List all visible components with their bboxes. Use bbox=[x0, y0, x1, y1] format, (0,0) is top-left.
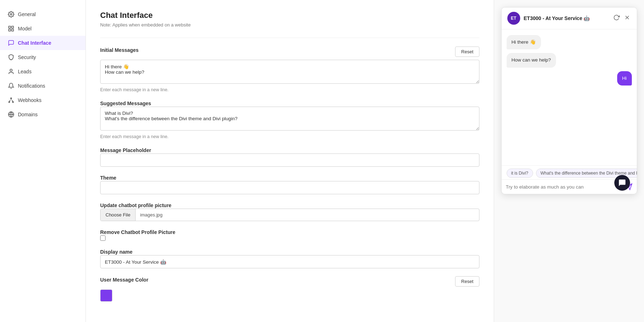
shield-icon bbox=[8, 54, 14, 60]
model-icon bbox=[8, 25, 14, 32]
sidebar-item-label: Model bbox=[18, 26, 31, 31]
sidebar-item-model[interactable]: Model bbox=[0, 21, 86, 36]
theme-input[interactable]: lig bbox=[100, 181, 479, 194]
remove-profile-picture-checkbox-wrapper bbox=[100, 235, 479, 241]
chat-bubble-bot-2: How can we help? bbox=[507, 53, 556, 67]
remove-profile-picture-label: Remove Chatbot Profile Picture bbox=[100, 229, 175, 235]
sidebar: General Model Chat Interface Security Le… bbox=[0, 0, 86, 322]
chat-messages: Hi there 👋 How can we help? Hi bbox=[502, 29, 637, 165]
sidebar-item-label: Leads bbox=[18, 69, 31, 74]
sidebar-item-security[interactable]: Security bbox=[0, 50, 86, 64]
profile-picture-label: Update chatbot profile picture bbox=[100, 203, 171, 208]
chat-refresh-button[interactable] bbox=[613, 14, 620, 23]
sidebar-item-label: Domains bbox=[18, 112, 38, 117]
chat-header: ET ET3000 - At Your Service 🤖 bbox=[502, 8, 637, 29]
message-placeholder-label: Message Placeholder bbox=[100, 147, 151, 153]
sidebar-item-label: Notifications bbox=[18, 83, 45, 89]
svg-point-6 bbox=[11, 98, 12, 99]
svg-rect-3 bbox=[12, 29, 14, 31]
person-icon bbox=[8, 68, 14, 75]
suggested-messages-label: Suggested Messages bbox=[100, 101, 151, 106]
sidebar-item-label: General bbox=[18, 11, 36, 17]
user-message-color-section: User Message Color Reset bbox=[100, 276, 479, 302]
user-message-color-reset-button[interactable]: Reset bbox=[455, 276, 479, 287]
sidebar-item-chat-interface[interactable]: Chat Interface bbox=[0, 36, 86, 50]
bell-icon bbox=[8, 83, 14, 89]
page-note: Note: Applies when embedded on a website bbox=[100, 22, 479, 28]
main-content: Chat Interface Note: Applies when embedd… bbox=[86, 0, 494, 322]
initial-messages-section: Initial Messages Reset Hi there 👋 How ca… bbox=[100, 47, 479, 92]
svg-point-5 bbox=[10, 69, 12, 71]
chat-float-button[interactable] bbox=[614, 175, 630, 191]
suggested-messages-sublabel: Enter each message in a new line. bbox=[100, 134, 479, 139]
chat-header-actions bbox=[613, 14, 631, 23]
remove-profile-picture-section: Remove Chatbot Profile Picture bbox=[100, 229, 479, 241]
display-name-section: Display name bbox=[100, 249, 479, 268]
chat-header-title: ET3000 - At Your Service 🤖 bbox=[524, 15, 613, 21]
svg-rect-4 bbox=[9, 29, 10, 31]
page-title: Chat Interface bbox=[100, 11, 479, 20]
sidebar-item-general[interactable]: General bbox=[0, 7, 86, 21]
initial-messages-textarea[interactable]: Hi there 👋 How can we help? bbox=[100, 60, 479, 84]
theme-label: Theme bbox=[100, 175, 116, 181]
chat-widget: ET ET3000 - At Your Service 🤖 Hi there 👋… bbox=[501, 7, 637, 194]
suggested-messages-textarea[interactable]: What is Divi? What's the difference betw… bbox=[100, 107, 479, 131]
globe-icon bbox=[8, 111, 14, 118]
settings-icon bbox=[8, 11, 14, 18]
sidebar-item-notifications[interactable]: Notifications bbox=[0, 79, 86, 93]
sidebar-item-label: Security bbox=[18, 54, 36, 60]
suggested-messages-section: Suggested Messages What is Divi? What's … bbox=[100, 100, 479, 139]
preview-wrapper: ET ET3000 - At Your Service 🤖 Hi there 👋… bbox=[501, 7, 637, 198]
sidebar-item-label: Chat Interface bbox=[18, 40, 51, 46]
sidebar-item-domains[interactable]: Domains bbox=[0, 107, 86, 122]
svg-point-7 bbox=[9, 102, 10, 103]
display-name-label: Display name bbox=[100, 249, 132, 255]
sidebar-item-webhooks[interactable]: Webhooks bbox=[0, 93, 86, 107]
avatar: ET bbox=[507, 12, 520, 25]
svg-point-0 bbox=[10, 14, 12, 15]
initial-messages-label: Initial Messages bbox=[100, 47, 138, 53]
sidebar-item-leads[interactable]: Leads bbox=[0, 64, 86, 79]
chat-close-button[interactable] bbox=[623, 14, 631, 23]
display-name-input[interactable] bbox=[100, 255, 479, 268]
user-message-color-swatch[interactable] bbox=[100, 289, 112, 302]
file-input-wrapper: Choose File images.jpg bbox=[100, 209, 479, 221]
choose-file-button[interactable]: Choose File bbox=[101, 209, 136, 221]
sidebar-item-label: Webhooks bbox=[18, 97, 42, 103]
chat-bubble-bot-1: Hi there 👋 bbox=[507, 35, 541, 49]
suggestion-chip-1[interactable]: it is Divi? bbox=[507, 169, 533, 178]
svg-rect-2 bbox=[12, 26, 14, 28]
file-name-display: images.jpg bbox=[136, 209, 167, 221]
message-placeholder-input[interactable]: Try to elaborate as much as you can bbox=[100, 153, 479, 167]
user-message-color-label: User Message Color bbox=[100, 277, 148, 283]
remove-profile-picture-checkbox[interactable] bbox=[100, 235, 106, 241]
webhook-icon bbox=[8, 97, 14, 103]
svg-point-8 bbox=[13, 102, 14, 103]
profile-picture-section: Update chatbot profile picture Choose Fi… bbox=[100, 202, 479, 221]
theme-section: Theme lig bbox=[100, 175, 479, 194]
chat-icon bbox=[8, 40, 14, 46]
avatar-initials: ET bbox=[511, 16, 516, 21]
svg-rect-1 bbox=[9, 26, 10, 28]
initial-messages-reset-button[interactable]: Reset bbox=[455, 47, 479, 57]
chat-bubble-user-1: Hi bbox=[617, 71, 632, 86]
message-placeholder-section: Message Placeholder Try to elaborate as … bbox=[100, 147, 479, 167]
initial-messages-sublabel: Enter each message in a new line. bbox=[100, 87, 479, 92]
preview-panel: ET ET3000 - At Your Service 🤖 Hi there 👋… bbox=[494, 0, 644, 322]
chat-input[interactable] bbox=[506, 184, 623, 190]
